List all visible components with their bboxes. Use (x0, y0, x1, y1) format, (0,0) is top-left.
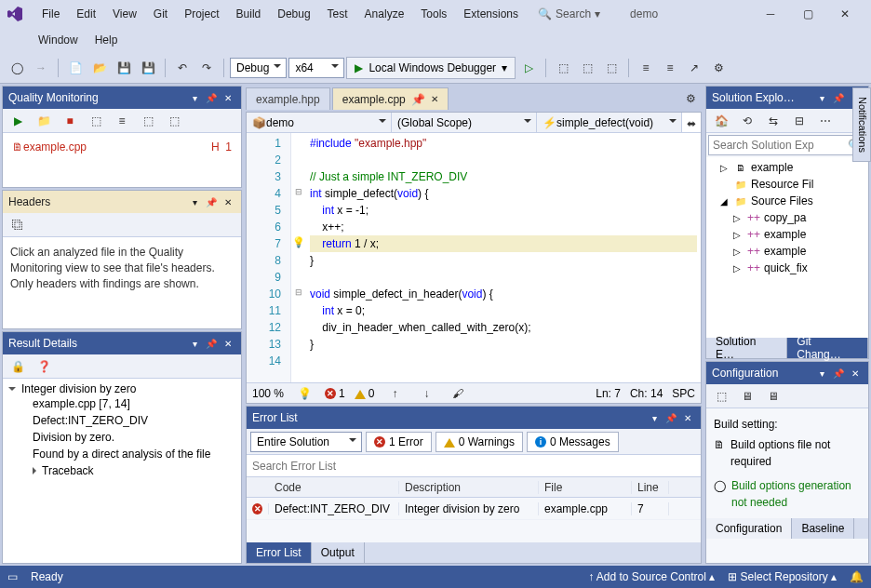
title-search[interactable]: 🔍 Search ▾ (538, 7, 600, 20)
menu-edit[interactable]: Edit (68, 4, 104, 24)
se-item[interactable]: 📁Resource Fil (708, 176, 866, 193)
se-item[interactable]: ◢📁Source Files (708, 193, 866, 209)
pin-icon[interactable]: 📌 (204, 336, 219, 351)
error-count[interactable]: ✕1 (325, 387, 345, 400)
nav-down-icon[interactable]: ↓ (415, 382, 437, 405)
warnings-filter[interactable]: 0 Warnings (436, 432, 523, 452)
save-all-button[interactable]: 💾 (137, 57, 159, 79)
close-icon[interactable]: ✕ (431, 94, 438, 104)
close-icon[interactable]: ✕ (221, 336, 235, 351)
indent-mode[interactable]: SPC (672, 387, 695, 400)
scope-function[interactable]: ⚡ simple_defect(void) (537, 113, 682, 132)
tool-btn-6[interactable]: ↗ (683, 57, 705, 79)
start-debugger-button[interactable]: ▶ Local Windows Debugger ▾ (346, 57, 516, 79)
undo-button[interactable]: ↶ (171, 57, 194, 79)
maximize-button[interactable]: ▢ (789, 1, 826, 27)
tab-output[interactable]: Output (312, 542, 365, 563)
code-text[interactable]: #include "example.hpp" // Just a simple … (306, 133, 701, 382)
qm-file-item[interactable]: 🗎 example.cpp H 1 (7, 137, 237, 157)
error-search-input[interactable] (247, 455, 701, 476)
cfg-btn1[interactable]: ⬚ (710, 385, 732, 408)
menu-help[interactable]: Help (87, 30, 127, 50)
menu-extensions[interactable]: Extensions (455, 4, 527, 24)
tab-git-changes[interactable]: Git Chang… (787, 338, 868, 358)
select-repository[interactable]: ⊞ Select Repository ▴ (728, 570, 837, 583)
se-more-icon[interactable]: ⋯ (814, 110, 837, 132)
qm-stop-icon[interactable]: ■ (59, 110, 81, 132)
cfg-btn2[interactable]: 🖥 (736, 385, 758, 408)
save-button[interactable]: 💾 (113, 57, 135, 79)
panel-menu-icon[interactable]: ▾ (814, 366, 829, 381)
pin-icon[interactable]: 📌 (204, 90, 219, 105)
scope-project[interactable]: 📦 demo (247, 113, 392, 132)
close-icon[interactable]: ✕ (680, 410, 695, 425)
panel-menu-icon[interactable]: ▾ (647, 410, 662, 425)
output-icon[interactable]: ▭ (7, 570, 18, 583)
menu-view[interactable]: View (104, 4, 145, 24)
menu-project[interactable]: Project (176, 4, 227, 24)
notifications-vertical-tab[interactable]: Notifications (852, 87, 871, 162)
tool-btn-2[interactable]: ⬚ (576, 57, 598, 79)
close-button[interactable]: ✕ (826, 1, 864, 27)
tool-btn-1[interactable]: ⬚ (552, 57, 574, 79)
menu-test[interactable]: Test (319, 4, 356, 24)
se-item[interactable]: ▷++example (708, 226, 866, 243)
pin-icon[interactable]: 📌 (411, 93, 425, 106)
se-btn4[interactable]: ⊟ (788, 110, 811, 132)
tab-configuration[interactable]: Configuration (706, 518, 792, 539)
minimize-button[interactable]: ─ (752, 1, 789, 27)
error-row[interactable]: ✕ Defect:INT_ZERO_DIV Integer division b… (247, 498, 701, 520)
pin-icon[interactable]: 📌 (663, 410, 678, 425)
rd-root-node[interactable]: Integer division by zero (7, 382, 237, 395)
code-area[interactable]: 1234567891011121314 ⊟💡⊟ #include "exampl… (247, 133, 701, 382)
tool-btn-7[interactable]: ⚙ (707, 57, 730, 79)
nav-up-icon[interactable]: ↑ (383, 382, 406, 405)
rd-analysis[interactable]: Found by a direct analysis of the file (7, 446, 237, 462)
zoom-level[interactable]: 100 % (252, 387, 284, 400)
headers-copy-icon[interactable]: ⿻ (7, 214, 29, 236)
se-search-input[interactable] (713, 139, 848, 152)
rd-traceback[interactable]: Traceback (7, 462, 237, 479)
split-icon[interactable]: ⬌ (682, 113, 701, 135)
editor-settings-icon[interactable]: ⚙ (679, 87, 702, 110)
se-item[interactable]: ▷++quick_fix (708, 260, 866, 276)
se-sync-icon[interactable]: ⟲ (736, 110, 758, 132)
panel-menu-icon[interactable]: ▾ (187, 90, 202, 105)
rd-defect-code[interactable]: Defect:INT_ZERO_DIV (7, 412, 237, 429)
headers-header[interactable]: Headers ▾ 📌 ✕ (3, 191, 241, 213)
lock-icon[interactable]: 🔒 (7, 355, 29, 378)
add-source-control[interactable]: ↑ Add to Source Control ▴ (588, 570, 715, 583)
pin-icon[interactable]: 📌 (831, 90, 846, 105)
nav-back-button[interactable]: ◯ (6, 57, 28, 79)
tool-btn-5[interactable]: ≡ (659, 57, 681, 79)
start-without-debug-button[interactable]: ▷ (517, 57, 540, 79)
menu-window[interactable]: Window (30, 30, 87, 50)
lightbulb-icon[interactable]: 💡 (293, 382, 315, 405)
close-icon[interactable]: ✕ (221, 90, 235, 105)
qm-play-icon[interactable]: ▶ (7, 110, 29, 132)
tab-error-list[interactable]: Error List (247, 542, 312, 563)
help-icon[interactable]: ❓ (33, 355, 55, 378)
se-btn3[interactable]: ⇆ (762, 110, 784, 132)
tab-example-cpp[interactable]: example.cpp 📌 ✕ (332, 87, 449, 110)
panel-menu-icon[interactable]: ▾ (814, 90, 829, 105)
errors-filter[interactable]: ✕1 Error (366, 432, 432, 452)
menu-debug[interactable]: Debug (269, 4, 318, 24)
panel-menu-icon[interactable]: ▾ (187, 336, 202, 351)
menu-analyze[interactable]: Analyze (356, 4, 413, 24)
config-combo[interactable]: Debug (230, 58, 287, 78)
cfg-btn3[interactable]: 🖥 (762, 385, 784, 408)
se-home-icon[interactable]: 🏠 (710, 110, 732, 132)
se-item[interactable]: ▷++copy_pa (708, 209, 866, 226)
platform-combo[interactable]: x64 (288, 58, 344, 78)
error-list-header[interactable]: Error List ▾ 📌 ✕ (247, 407, 701, 429)
result-details-header[interactable]: Result Details ▾ 📌 ✕ (3, 332, 241, 354)
notifications-icon[interactable]: 🔔 (850, 570, 864, 583)
se-item[interactable]: ▷++example (708, 243, 866, 260)
qm-btn5[interactable]: ≡ (111, 110, 133, 132)
se-item[interactable]: ▷🗎example (708, 159, 866, 176)
qm-btn4[interactable]: ⬚ (85, 110, 107, 132)
close-icon[interactable]: ✕ (848, 366, 863, 381)
tool-btn-3[interactable]: ⬚ (600, 57, 623, 79)
tab-solution-explorer[interactable]: Solution E… (706, 338, 787, 358)
